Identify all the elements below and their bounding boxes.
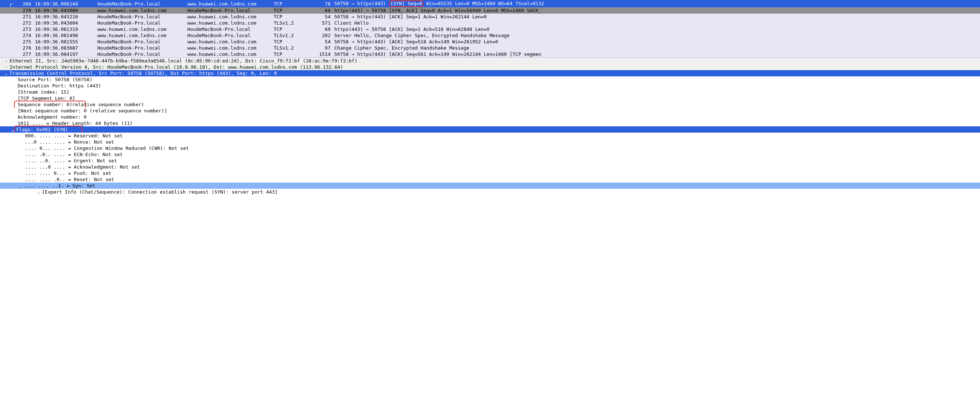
packet-row[interactable]: 27616:09:36.083687HoudeMacBook-Pro.local…	[0, 45, 980, 51]
packet-source: HoudeMacBook-Pro.local	[94, 39, 187, 45]
packet-protocol: TCP	[274, 39, 309, 45]
tcp-header[interactable]: ⌄ Transmission Control Protocol, Src Por…	[0, 70, 980, 76]
packet-time: 16:09:36.083687	[35, 45, 94, 51]
detail-text: Source Port: 50758 (50758)	[18, 77, 92, 82]
sequence-number[interactable]: Sequence number: 0 (relative sequence nu…	[0, 102, 980, 108]
packet-destination: HoudeMacBook-Pro.local	[187, 8, 274, 13]
packet-no: 274	[15, 33, 35, 38]
packet-destination: www.huawei.com.lxdns.com	[187, 51, 274, 57]
packet-protocol: TLSv1.2	[274, 20, 309, 26]
packet-destination: HoudeMacBook-Pro.local	[187, 27, 274, 32]
ack-number[interactable]: Acknowledgment number: 0	[0, 114, 980, 120]
packet-length: 97	[309, 45, 334, 51]
packet-info: https(443) → 50758 [SYN, ACK] Seq=0 Ack=…	[334, 8, 980, 13]
source-port[interactable]: Source Port: 50758 (50758)	[0, 76, 980, 83]
detail-text: .... .... 0... = Push: Not set	[25, 170, 111, 176]
chevron-down-icon[interactable]: ⌄	[36, 189, 41, 195]
packet-info: Change Cipher Spec, Encrypted Handshake …	[334, 45, 980, 51]
packet-row[interactable]: 27416:09:36.081498www.huawei.com.lxdns.c…	[0, 32, 980, 38]
packet-length: 60	[309, 27, 334, 32]
chevron-right-icon[interactable]: ›	[4, 58, 9, 64]
detail-text: [Stream index: 15]	[18, 89, 69, 95]
packet-row[interactable]: 27216:09:36.043604HoudeMacBook-Pro.local…	[0, 20, 980, 26]
flag-line[interactable]: .... ..0. .... = Urgent: Not set	[0, 157, 980, 164]
packet-row[interactable]: 27716:09:36.084197HoudeMacBook-Pro.local…	[0, 51, 980, 57]
packet-row[interactable]: 27516:09:36.081555HoudeMacBook-Pro.local…	[0, 38, 980, 45]
flag-line[interactable]: .... .... .0.. = Reset: Not set	[0, 176, 980, 183]
packet-length: 54	[309, 14, 334, 19]
packet-source: HoudeMacBook-Pro.local	[94, 14, 187, 19]
flag-line[interactable]: ...0 .... .... = Nonce: Not set	[0, 139, 980, 145]
packet-protocol: TCP	[274, 27, 309, 32]
flag-line[interactable]: .... .0.. .... = ECN-Echo: Not set	[0, 151, 980, 157]
packet-no: 277	[15, 51, 35, 57]
bracket-icon	[10, 4, 13, 7]
packet-row[interactable]: 27016:09:36.043080www.huawei.com.lxdns.c…	[0, 7, 980, 14]
packet-no: 275	[15, 39, 35, 45]
packet-destination: www.huawei.com.lxdns.com	[187, 1, 274, 6]
packet-row[interactable]: 27316:09:36.081319www.huawei.com.lxdns.c…	[0, 26, 980, 32]
tcp-segment-len[interactable]: [TCP Segment Len: 0]	[0, 95, 980, 102]
packet-destination: HoudeMacBook-Pro.local	[187, 33, 274, 38]
packet-time: 16:09:36.006144	[35, 1, 94, 6]
packet-source: HoudeMacBook-Pro.local	[94, 1, 187, 6]
annotation-box: [SYN] Seq=0	[389, 0, 423, 7]
packet-no: 266	[15, 1, 35, 6]
packet-details[interactable]: › Ethernet II, Src: 24e5903e-7d46-447b-b…	[0, 57, 980, 195]
packet-protocol: TCP	[274, 14, 309, 19]
detail-text: Transmission Control Protocol, Src Port:…	[10, 70, 277, 76]
packet-time: 16:09:36.081498	[35, 33, 94, 38]
detail-text: .... 0... .... = Congestion Window Reduc…	[25, 145, 189, 151]
packet-time: 16:09:36.084197	[35, 51, 94, 57]
stream-index[interactable]: [Stream index: 15]	[0, 89, 980, 95]
packet-length: 54	[309, 39, 334, 45]
packet-row[interactable]: 27116:09:36.043210HoudeMacBook-Pro.local…	[0, 14, 980, 20]
packet-no: 271	[15, 14, 35, 19]
packet-list[interactable]: 26616:09:36.006144HoudeMacBook-Pro.local…	[0, 0, 980, 57]
detail-text: [Next sequence number: 0 (relative seque…	[18, 108, 167, 113]
packet-no: 273	[15, 27, 35, 32]
next-sequence-number[interactable]: [Next sequence number: 0 (relative seque…	[0, 108, 980, 114]
packet-time: 16:09:36.081555	[35, 39, 94, 45]
packet-length: 571	[309, 20, 334, 26]
detail-text: Ethernet II, Src: 24e5903e-7d46-447b-b9b…	[10, 58, 357, 64]
packet-time: 16:09:36.081319	[35, 27, 94, 32]
detail-text: .... .... ..1. = Syn: Set	[24, 183, 95, 188]
packet-destination: www.huawei.com.lxdns.com	[187, 14, 274, 19]
packet-source: HoudeMacBook-Pro.local	[94, 51, 187, 57]
detail-text: ...0 .... .... = Nonce: Not set	[25, 139, 114, 145]
packet-length: 66	[309, 8, 334, 13]
flag-line[interactable]: .... ...0 .... = Acknowledgment: Not set	[0, 164, 980, 170]
detail-text: .... ...0 .... = Acknowledgment: Not set	[25, 164, 140, 170]
packet-source: www.huawei.com.lxdns.com	[94, 8, 187, 13]
flag-line[interactable]: 000. .... .... = Reserved: Not set	[0, 133, 980, 139]
packet-row[interactable]: 26616:09:36.006144HoudeMacBook-Pro.local…	[0, 0, 980, 7]
ethernet-header[interactable]: › Ethernet II, Src: 24e5903e-7d46-447b-b…	[0, 58, 980, 64]
detail-text: Destination Port: https (443)	[18, 83, 101, 89]
header-length[interactable]: 1011 .... = Header Length: 44 bytes (11)	[0, 120, 980, 126]
chevron-down-icon[interactable]: ⌄	[4, 70, 9, 76]
packet-protocol: TLSv1.2	[274, 45, 309, 51]
flags-header[interactable]: ⌄ Flags: 0x002 (SYN)	[0, 126, 980, 133]
packet-protocol: TLSv1.2	[274, 33, 309, 38]
packet-source: HoudeMacBook-Pro.local	[94, 20, 187, 26]
packet-no: 276	[15, 45, 35, 51]
chevron-down-icon[interactable]: ⌄	[18, 183, 23, 188]
packet-info: Server Hello, Change Cipher Spec, Encryp…	[334, 33, 980, 38]
packet-info: 50758 → https(443) [ACK] Seq=561 Ack=149…	[334, 51, 980, 57]
destination-port[interactable]: Destination Port: https (443)	[0, 83, 980, 89]
chevron-right-icon[interactable]: ›	[4, 64, 9, 70]
packet-length: 78	[309, 1, 334, 6]
flag-line[interactable]: .... 0... .... = Congestion Window Reduc…	[0, 145, 980, 151]
ip-header[interactable]: › Internet Protocol Version 4, Src: Houd…	[0, 64, 980, 70]
flag-line[interactable]: .... .... 0... = Push: Not set	[0, 170, 980, 176]
detail-text: .... .0.. .... = ECN-Echo: Not set	[25, 152, 123, 157]
detail-text: 1011 .... = Header Length: 44 bytes (11)	[18, 121, 133, 126]
packet-source: HoudeMacBook-Pro.local	[94, 45, 187, 51]
packet-destination: www.huawei.com.lxdns.com	[187, 39, 274, 45]
chevron-down-icon[interactable]: ⌄	[10, 127, 16, 132]
expert-info[interactable]: ⌄ [Expert Info (Chat/Sequence): Connecti…	[0, 189, 980, 195]
flag-syn[interactable]: ⌄ .... .... ..1. = Syn: Set	[0, 183, 980, 189]
packet-source: www.huawei.com.lxdns.com	[94, 27, 187, 32]
packet-info: Client Hello	[334, 20, 980, 26]
